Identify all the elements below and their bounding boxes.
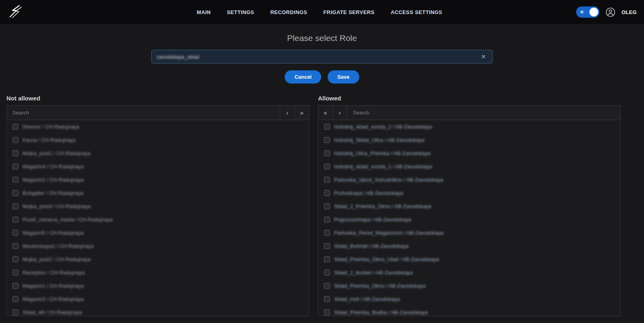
list-item[interactable]: Post4_zamena_masla / CH-Radujnaya <box>7 213 309 226</box>
item-label: Sklad_48 / Ch-Radujnaya <box>22 309 82 315</box>
nav-link[interactable]: MAIN <box>197 9 211 15</box>
list-item[interactable]: Holodnij_sklad_vorota_1 / AB-Zavodskaya <box>318 160 620 173</box>
item-checkbox[interactable] <box>324 270 330 276</box>
list-item[interactable]: Pogruzochnaya / AB-Zavodskaya <box>318 213 620 226</box>
list-item[interactable]: Magazin2 / CH-Radujnaya <box>7 173 309 186</box>
list-item[interactable]: Sklad_Holl / AB-Zavodskaya <box>318 292 620 306</box>
item-checkbox[interactable] <box>324 190 330 196</box>
item-label: Mojka_post4 / CH-Radujnaya <box>22 203 91 209</box>
list-item[interactable]: Sklad_Buhhalt / AB-Zavodskaya <box>318 239 620 253</box>
item-label: Post4_zamena_masla / CH-Radujnaya <box>22 217 113 223</box>
list-item[interactable]: Parkovka_Pered_Magazinom / AB-Zavodskaya <box>318 226 620 239</box>
list-item[interactable]: Sklad_Priemka_Okno_Ulad / AB-Zavodskaya <box>318 253 620 266</box>
list-item[interactable]: Holodnij_Ulica_Priemka / AB-Zavodskaya <box>318 147 620 160</box>
role-input-value: zavodskaya_sklad <box>157 54 479 60</box>
app-logo[interactable] <box>7 4 24 20</box>
role-name-input[interactable]: zavodskaya_sklad ✕ <box>151 50 493 63</box>
list-item[interactable]: Sklad_2_Priemka_Okno / AB-Zavodskaya <box>318 200 620 213</box>
move-selected-left-button[interactable]: ‹ <box>333 106 347 120</box>
list-item[interactable]: Prohodnaya / AB-Zavodskaya <box>318 186 620 200</box>
item-label: Parkovka_Vjezd_Sotrudnikov / AB-Zavodska… <box>334 177 443 183</box>
item-checkbox[interactable] <box>12 137 18 143</box>
logo-icon <box>7 4 23 20</box>
not-allowed-search-input[interactable] <box>7 106 280 120</box>
list-item[interactable]: Magazin1 / CH-Radujnaya <box>7 279 309 292</box>
top-navbar: MAIN SETTINGS RECORDINGS FRIGATE SERVERS… <box>0 0 644 24</box>
nav-link[interactable]: ACCESS SETTINGS <box>391 9 442 15</box>
item-checkbox[interactable] <box>12 177 18 183</box>
item-checkbox[interactable] <box>324 124 330 130</box>
not-allowed-title: Not allowed <box>6 95 309 102</box>
item-checkbox[interactable] <box>324 283 330 289</box>
list-item[interactable]: Director / CH-Radujnaya <box>7 120 309 133</box>
item-checkbox[interactable] <box>324 217 330 223</box>
allowed-search-input[interactable] <box>347 106 620 120</box>
list-item[interactable]: Holodnij_sklad_vorota_2 / AB-Zavodskaya <box>318 120 620 133</box>
item-checkbox[interactable] <box>324 164 330 170</box>
item-label: Sklad_Priemka_Okno_Ulad / AB-Zavodskaya <box>334 256 439 262</box>
nav-link[interactable]: FRIGATE SERVERS <box>323 9 375 15</box>
item-checkbox[interactable] <box>12 217 18 223</box>
item-label: Director / CH-Radujnaya <box>22 124 79 130</box>
item-checkbox[interactable] <box>324 296 330 302</box>
username-label[interactable]: OLEG <box>622 9 637 15</box>
list-item[interactable]: Sklad_2_bunker / AB-Zavodskaya <box>318 266 620 279</box>
allowed-header: « ‹ <box>318 106 620 120</box>
item-checkbox[interactable] <box>12 150 18 156</box>
list-item[interactable]: Buhgalter / CH-Radujnaya <box>7 186 309 200</box>
item-checkbox[interactable] <box>12 283 18 289</box>
list-item[interactable]: Mojka_post1 / CH-Radujnaya <box>7 147 309 160</box>
item-checkbox[interactable] <box>324 177 330 183</box>
item-label: Pogruzochnaya / AB-Zavodskaya <box>334 217 411 223</box>
item-checkbox[interactable] <box>324 309 330 315</box>
list-item[interactable]: Reception / CH-Radujnaya <box>7 266 309 279</box>
move-all-right-button[interactable]: » <box>294 106 309 120</box>
nav-link[interactable]: RECORDINGS <box>270 9 307 15</box>
not-allowed-header: › » <box>7 106 309 120</box>
list-item[interactable]: Sklad_Priemka_Budka / AB-Zavodskaya <box>318 306 620 316</box>
clear-input-button[interactable]: ✕ <box>479 53 487 61</box>
move-all-left-button[interactable]: « <box>318 106 333 120</box>
save-button[interactable]: Save <box>328 70 359 84</box>
list-item[interactable]: Magazin4 / CH-Radujnaya <box>7 160 309 173</box>
move-selected-right-button[interactable]: › <box>280 106 294 120</box>
item-checkbox[interactable] <box>324 243 330 249</box>
item-checkbox[interactable] <box>12 243 18 249</box>
item-checkbox[interactable] <box>12 296 18 302</box>
item-checkbox[interactable] <box>12 124 18 130</box>
item-checkbox[interactable] <box>324 150 330 156</box>
item-checkbox[interactable] <box>12 190 18 196</box>
item-checkbox[interactable] <box>324 137 330 143</box>
page-title: Please select Role <box>0 33 644 43</box>
list-item[interactable]: Sklad_48 / Ch-Radujnaya <box>7 306 309 316</box>
item-checkbox[interactable] <box>324 203 330 209</box>
not-allowed-column: Not allowed › » Director / CH-Radujnaya … <box>6 95 309 316</box>
item-checkbox[interactable] <box>12 164 18 170</box>
list-item[interactable]: Magazin3 / CH-Radujnaya <box>7 292 309 306</box>
item-checkbox[interactable] <box>12 309 18 315</box>
item-label: Holodnij_sklad_vorota_2 / AB-Zavodskaya <box>334 124 432 130</box>
cancel-button[interactable]: Cancel <box>285 70 321 84</box>
list-item[interactable]: Parkovka_Vjezd_Sotrudnikov / AB-Zavodska… <box>318 173 620 186</box>
item-checkbox[interactable] <box>324 230 330 236</box>
list-item[interactable]: Magazin5 / CH-Radujnaya <box>7 226 309 239</box>
list-item[interactable]: Holodnij_Sklad_Ulica / AB-Zavodskaya <box>318 133 620 147</box>
item-checkbox[interactable] <box>12 203 18 209</box>
sun-icon: ☀ <box>579 9 585 15</box>
user-icon[interactable] <box>605 7 615 17</box>
nav-link[interactable]: SETTINGS <box>227 9 254 15</box>
role-input-wrap: zavodskaya_sklad ✕ <box>0 50 644 63</box>
item-checkbox[interactable] <box>324 256 330 262</box>
item-label: Magazin5 / CH-Radujnaya <box>22 230 84 236</box>
item-label: Kassa / CH-Radujnaya <box>22 137 75 143</box>
item-checkbox[interactable] <box>12 270 18 276</box>
item-checkbox[interactable] <box>12 230 18 236</box>
list-item[interactable]: Mojka_post4 / CH-Radujnaya <box>7 200 309 213</box>
list-item[interactable]: Mojka_post2 / CH-Radujnaya <box>7 253 309 266</box>
transfer-panels: Not allowed › » Director / CH-Radujnaya … <box>0 95 644 316</box>
item-checkbox[interactable] <box>12 256 18 262</box>
theme-toggle[interactable]: ☀ <box>576 6 599 18</box>
list-item[interactable]: Masterskaya2 / CH-Radujnaya <box>7 239 309 253</box>
list-item[interactable]: Sklad_Priemka_Okno / AB-Zavodskaya <box>318 279 620 292</box>
list-item[interactable]: Kassa / CH-Radujnaya <box>7 133 309 147</box>
